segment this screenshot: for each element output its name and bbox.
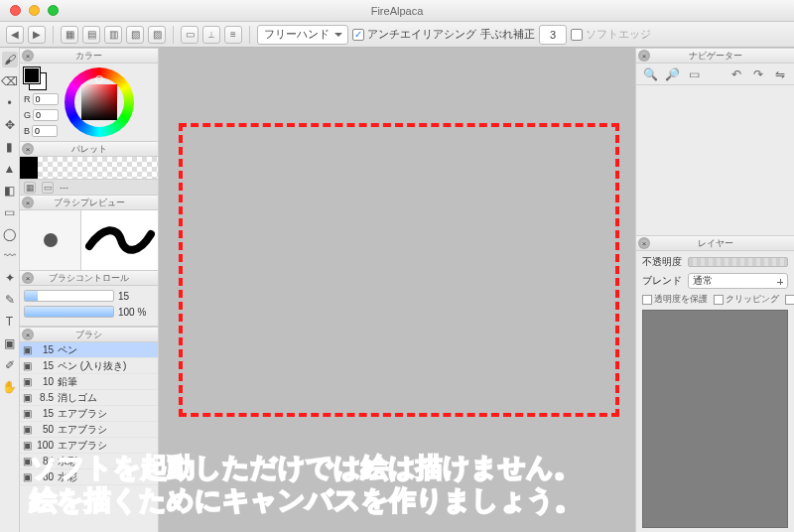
color-r-input[interactable] xyxy=(33,93,59,105)
fg-bg-swatches[interactable] xyxy=(24,67,46,89)
brush-opacity-value: 100 % xyxy=(118,307,154,318)
close-icon[interactable]: × xyxy=(638,237,650,249)
navigator-viewport[interactable] xyxy=(636,85,794,173)
layer-stack[interactable] xyxy=(642,310,788,528)
brush-name: ペン xyxy=(58,343,158,357)
flip-icon[interactable]: ⇋ xyxy=(772,66,788,82)
text-tool[interactable]: T xyxy=(2,314,18,330)
visibility-icon[interactable]: ▣ xyxy=(20,360,34,371)
gradient-tool[interactable]: ◧ xyxy=(2,183,18,199)
lock-option[interactable]: ロック xyxy=(785,293,794,306)
brush-list-item[interactable]: ▣15ペン xyxy=(20,342,158,358)
brush-list-item[interactable]: ▣80水彩 xyxy=(20,469,158,485)
brush-size: 8.5 xyxy=(34,392,58,403)
grid-4-button[interactable]: ▧ xyxy=(126,26,144,44)
nav-forward-button[interactable]: ▶ xyxy=(28,26,46,44)
visibility-icon[interactable]: ▣ xyxy=(20,344,34,355)
toolbar-separator xyxy=(53,26,54,44)
visibility-icon[interactable]: ▣ xyxy=(20,440,34,451)
rotate-ccw-icon[interactable]: ↶ xyxy=(728,66,744,82)
brush-list-item[interactable]: ▣8.5消しゴム xyxy=(20,390,158,406)
layer-blend-select[interactable]: 通常 xyxy=(688,273,788,289)
brush-list-header[interactable]: × ブラシ xyxy=(20,327,158,342)
visibility-icon[interactable]: ▣ xyxy=(20,424,34,435)
delete-palette-icon[interactable]: ▭ xyxy=(42,182,54,194)
zoom-in-icon[interactable]: 🔍 xyxy=(642,66,658,82)
stroke-mode-select[interactable]: フリーハンド xyxy=(257,25,348,45)
close-icon[interactable]: × xyxy=(22,143,34,155)
brush-list-item[interactable]: ▣50エアブラシ xyxy=(20,422,158,438)
snap-toggle-button[interactable]: ▭ xyxy=(181,26,198,44)
rotate-cw-icon[interactable]: ↷ xyxy=(750,66,766,82)
protect-alpha-option[interactable]: 透明度を保護 xyxy=(642,293,708,306)
wand-tool[interactable]: ✦ xyxy=(2,270,18,286)
hand-tool[interactable]: ✋ xyxy=(2,379,18,395)
fill-tool[interactable]: ▮ xyxy=(2,139,18,155)
foreground-swatch[interactable] xyxy=(24,67,40,83)
select-ellipse-tool[interactable]: ◯ xyxy=(2,226,18,242)
panel-tool[interactable]: ▣ xyxy=(2,335,18,351)
brush-list-item[interactable]: ▣80水彩 xyxy=(20,454,158,469)
softedge-checkbox[interactable] xyxy=(571,29,583,41)
color-g-input[interactable] xyxy=(33,109,59,121)
antialias-option[interactable]: ✓ アンチエイリアシング xyxy=(352,27,476,42)
palette-swatch[interactable] xyxy=(20,157,38,179)
palette-empty xyxy=(38,157,158,179)
color-b-input[interactable] xyxy=(32,125,58,137)
brush-name: エアブラシ xyxy=(58,407,158,421)
brush-size-slider[interactable] xyxy=(24,290,114,302)
minimize-window-button[interactable] xyxy=(29,5,40,16)
close-icon[interactable]: × xyxy=(638,50,650,62)
eraser-tool[interactable]: ⌫ xyxy=(2,73,18,89)
guide-toggle-button[interactable]: ≡ xyxy=(224,26,242,44)
layer-header[interactable]: × レイヤー xyxy=(636,235,794,251)
brush-size: 50 xyxy=(34,424,58,435)
softedge-option[interactable]: ソフトエッジ xyxy=(571,27,651,42)
visibility-icon[interactable]: ▣ xyxy=(20,392,34,403)
close-icon[interactable]: × xyxy=(22,197,34,208)
brush-list-item[interactable]: ▣15エアブラシ xyxy=(20,406,158,422)
brush-tool[interactable]: 🖌 xyxy=(2,52,18,67)
clipping-option[interactable]: クリッピング xyxy=(714,293,779,306)
fit-icon[interactable]: ▭ xyxy=(686,66,702,82)
nav-back-button[interactable]: ◀ xyxy=(6,26,24,44)
visibility-icon[interactable]: ▣ xyxy=(20,471,34,482)
close-window-button[interactable] xyxy=(10,5,21,16)
grid-1-button[interactable]: ▦ xyxy=(61,26,78,44)
add-palette-icon[interactable]: ▦ xyxy=(24,182,36,194)
lasso-tool[interactable]: 〰 xyxy=(2,248,18,264)
color-wheel[interactable] xyxy=(65,67,134,137)
zoom-window-button[interactable] xyxy=(48,5,59,16)
brush-preview-panel xyxy=(20,210,158,270)
eyedropper-tool[interactable]: ✐ xyxy=(2,357,18,373)
close-icon[interactable]: × xyxy=(22,272,34,284)
layer-opacity-slider[interactable] xyxy=(688,257,788,267)
close-icon[interactable]: × xyxy=(22,329,34,340)
grid-3-button[interactable]: ▥ xyxy=(104,26,122,44)
move-tool[interactable]: ✥ xyxy=(2,117,18,133)
bucket-tool[interactable]: ▲ xyxy=(2,161,18,177)
brush-control-header[interactable]: × ブラシコントロール xyxy=(20,270,158,286)
stabilizer-value-input[interactable]: 3 xyxy=(539,25,567,45)
visibility-icon[interactable]: ▣ xyxy=(20,376,34,387)
palette-panel-header[interactable]: × パレット xyxy=(20,141,158,157)
brush-list-item[interactable]: ▣15ペン (入り抜き) xyxy=(20,358,158,374)
antialias-checkbox[interactable]: ✓ xyxy=(352,29,364,41)
grid-2-button[interactable]: ▤ xyxy=(82,26,100,44)
visibility-icon[interactable]: ▣ xyxy=(20,456,34,466)
brush-list-item[interactable]: ▣10鉛筆 xyxy=(20,374,158,390)
navigator-header[interactable]: × ナビゲーター xyxy=(636,48,794,64)
brush-preview-header[interactable]: × ブラシプレビュー xyxy=(20,195,158,210)
visibility-icon[interactable]: ▣ xyxy=(20,408,34,419)
dot-tool[interactable]: • xyxy=(2,95,18,111)
ruler-toggle-button[interactable]: ⟂ xyxy=(202,26,220,44)
brush-opacity-slider[interactable] xyxy=(24,306,114,318)
close-icon[interactable]: × xyxy=(22,50,34,62)
top-toolbar: ◀ ▶ ▦ ▤ ▥ ▧ ▨ ▭ ⟂ ≡ フリーハンド ✓ アンチエイリアシング … xyxy=(0,22,794,48)
select-rect-tool[interactable]: ▭ xyxy=(2,204,18,220)
brush-list-item[interactable]: ▣100エアブラシ xyxy=(20,438,158,454)
color-panel-header[interactable]: × カラー xyxy=(20,48,158,64)
pen-selection-tool[interactable]: ✎ xyxy=(2,292,18,308)
grid-5-button[interactable]: ▨ xyxy=(148,26,166,44)
zoom-out-icon[interactable]: 🔎 xyxy=(664,66,680,82)
